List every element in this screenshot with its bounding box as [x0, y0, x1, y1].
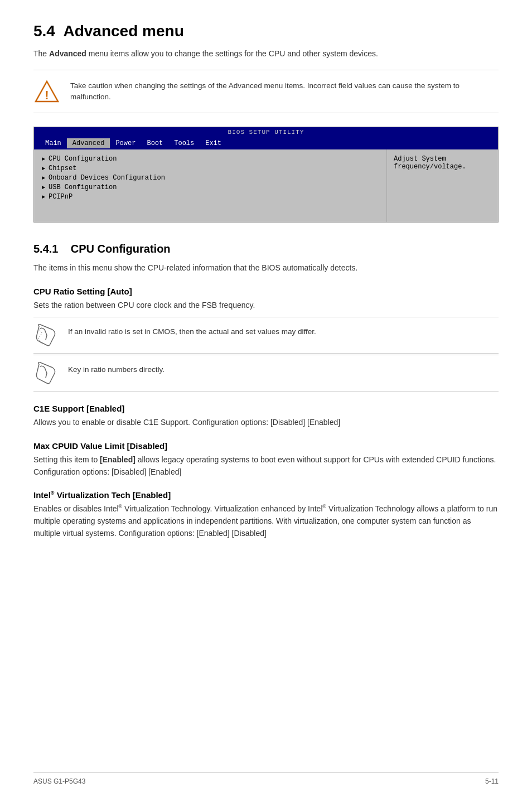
- note-icon-1: [33, 323, 58, 347]
- arrow-icon: ►: [42, 194, 45, 200]
- bios-menu-advanced[interactable]: Advanced: [67, 138, 110, 148]
- c1e-heading: C1E Support [Enabled]: [33, 404, 499, 413]
- note-icon-2: [33, 361, 58, 385]
- section-number: 5.4: [33, 22, 55, 40]
- bios-screenshot: BIOS SETUP UTILITY Main Advanced Power B…: [33, 127, 499, 223]
- bios-left-panel: ► CPU Configuration ► Chipset ► Onboard …: [34, 149, 386, 222]
- max-cpuid-body: Setting this item to [Enabled] allows le…: [33, 454, 499, 478]
- arrow-icon: ►: [42, 166, 45, 172]
- intro-paragraph: The Advanced menu items allow you to cha…: [33, 48, 499, 60]
- bios-title: BIOS SETUP UTILITY: [40, 129, 492, 136]
- cpu-ratio-body: Sets the ration between CPU core clock a…: [33, 299, 499, 312]
- caution-text: Take caution when changing the settings …: [70, 78, 499, 103]
- note-box-2: Key in ratio numbers directly.: [33, 355, 499, 392]
- bios-item-usb: ► USB Configuration: [42, 183, 379, 191]
- bios-menubar: BIOS SETUP UTILITY: [34, 127, 498, 137]
- c1e-body: Allows you to enable or disable C1E Supp…: [33, 417, 499, 429]
- bios-menu-boot[interactable]: Boot: [141, 138, 168, 148]
- bios-body: ► CPU Configuration ► Chipset ► Onboard …: [34, 149, 498, 222]
- intel-vt-body: Enables or disables Intel® Virtualizatio…: [33, 503, 499, 539]
- intel-vt-heading: Intel® Virtualization Tech [Enabled]: [33, 490, 499, 500]
- cpu-ratio-heading: CPU Ratio Setting [Auto]: [33, 287, 499, 296]
- bios-menu-tools[interactable]: Tools: [168, 138, 200, 148]
- bios-item-onboard: ► Onboard Devices Configuration: [42, 174, 379, 182]
- bios-item-cpu: ► CPU Configuration: [42, 155, 379, 163]
- bios-item-chipset: ► Chipset: [42, 165, 379, 172]
- max-cpuid-heading: Max CPUID Value Limit [Disabled]: [33, 441, 499, 451]
- arrow-icon: ►: [42, 175, 45, 181]
- section-heading: 5.4 Advanced menu: [33, 22, 499, 40]
- subsection-41-intro: The items in this menu show the CPU-rela…: [33, 262, 499, 274]
- caution-icon: !: [33, 78, 60, 105]
- note-text-1: If an invalid ratio is set in CMOS, then…: [68, 323, 316, 337]
- bios-item-pcipnp: ► PCIPnP: [42, 193, 379, 201]
- note-box-1: If an invalid ratio is set in CMOS, then…: [33, 317, 499, 354]
- note-text-2: Key in ratio numbers directly.: [68, 361, 165, 375]
- section-title: Advanced menu: [63, 22, 183, 40]
- svg-text:!: !: [45, 88, 49, 102]
- bios-menu-main[interactable]: Main: [40, 138, 67, 148]
- caution-box: ! Take caution when changing the setting…: [33, 70, 499, 113]
- bios-menu-power[interactable]: Power: [110, 138, 141, 148]
- arrow-icon: ►: [42, 185, 45, 191]
- bios-menu-exit[interactable]: Exit: [200, 138, 227, 148]
- subsection-41-heading: 5.4.1 CPU Configuration: [33, 243, 499, 255]
- bios-right-panel: Adjust System frequency/voltage.: [386, 149, 498, 222]
- arrow-icon: ►: [42, 156, 45, 162]
- page-footer: ASUS G1-P5G43 5-11: [33, 772, 499, 785]
- bios-help-text: Adjust System frequency/voltage.: [394, 155, 466, 171]
- footer-left: ASUS G1-P5G43: [33, 777, 85, 785]
- footer-right: 5-11: [485, 777, 499, 785]
